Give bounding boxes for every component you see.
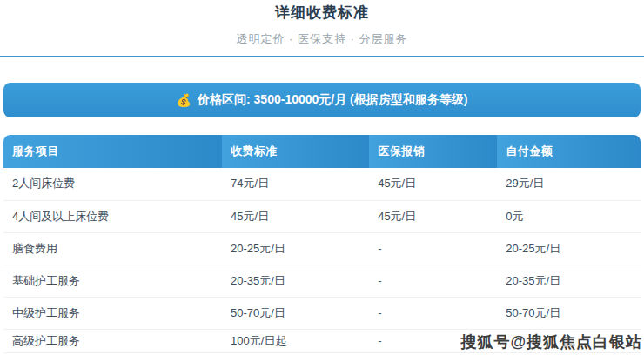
cell-fee: 100元/日起 — [222, 329, 369, 352]
cell-self-pay: 20-25元/日 — [497, 232, 641, 265]
cell-service: 基础护工服务 — [3, 265, 222, 297]
cell-insurance: - — [369, 297, 497, 329]
watermark: 搜狐号@搜狐焦点白银站 — [460, 332, 642, 352]
cell-service: 高级护工服务 — [3, 329, 222, 352]
cell-insurance: 45元/日 — [369, 168, 497, 200]
cell-insurance: 45元/日 — [369, 200, 497, 232]
table-row: 4人间及以上床位费45元/日45元/日0元 — [3, 200, 641, 232]
table-row: 中级护工服务50-70元/日-50-70元/日 — [3, 297, 641, 329]
accent-divider — [0, 56, 644, 57]
cell-fee: 20-35元/日 — [222, 265, 369, 297]
column-header: 医保报销 — [369, 135, 497, 168]
fee-table-body: 2人间床位费74元/日45元/日29元/日4人间及以上床位费45元/日45元/日… — [3, 168, 641, 352]
page-subtitle: 透明定价 · 医保支持 · 分层服务 — [0, 31, 644, 47]
cell-fee: 50-70元/日 — [222, 297, 369, 329]
cell-fee: 20-25元/日 — [222, 232, 369, 265]
cell-self-pay: 20-35元/日 — [497, 265, 641, 297]
cell-service: 膳食费用 — [3, 232, 222, 265]
table-header-row: 服务项目收费标准医保报销自付金额 — [3, 135, 641, 168]
table-row: 2人间床位费74元/日45元/日29元/日 — [3, 168, 641, 200]
cell-fee: 74元/日 — [222, 168, 369, 200]
page-title: 详细收费标准 — [0, 3, 644, 23]
cell-service: 中级护工服务 — [3, 297, 222, 329]
cell-self-pay: 29元/日 — [497, 168, 641, 200]
table-row: 膳食费用20-25元/日-20-25元/日 — [3, 232, 641, 265]
cell-self-pay: 50-70元/日 — [497, 297, 641, 329]
cell-service: 2人间床位费 — [3, 168, 222, 200]
cell-fee: 45元/日 — [222, 200, 369, 232]
cell-self-pay: 0元 — [497, 200, 641, 232]
price-banner: 💰 价格区间: 3500-10000元/月 (根据房型和服务等级) — [3, 83, 641, 117]
page-header: 详细收费标准 透明定价 · 医保支持 · 分层服务 — [0, 0, 644, 47]
table-row: 基础护工服务20-35元/日-20-35元/日 — [3, 265, 641, 297]
cell-service: 4人间及以上床位费 — [3, 200, 222, 232]
fee-table: 服务项目收费标准医保报销自付金额 2人间床位费74元/日45元/日29元/日4人… — [3, 135, 641, 353]
column-header: 自付金额 — [497, 135, 641, 168]
moneybag-icon: 💰 — [177, 93, 191, 107]
cell-insurance: - — [369, 232, 497, 265]
cell-insurance: - — [369, 265, 497, 297]
column-header: 服务项目 — [3, 135, 222, 168]
price-banner-text: 价格区间: 3500-10000元/月 (根据房型和服务等级) — [198, 92, 467, 108]
column-header: 收费标准 — [222, 135, 369, 168]
